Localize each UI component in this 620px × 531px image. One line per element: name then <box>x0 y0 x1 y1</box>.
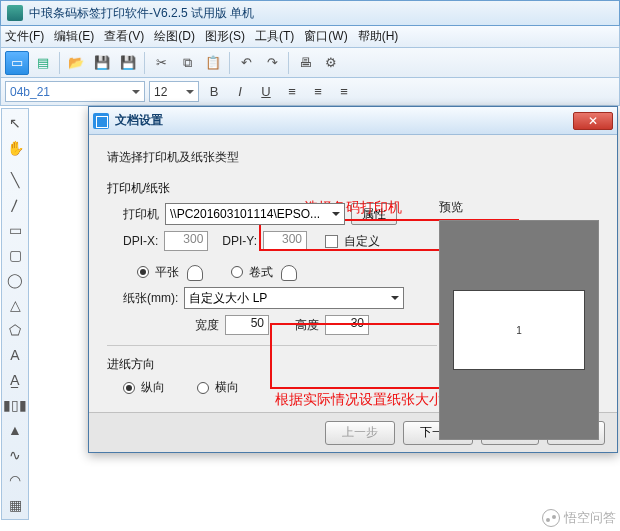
menu-draw[interactable]: 绘图(D) <box>154 28 195 45</box>
tool-palette: ↖ ✋ ╲ 〳 ▭ ▢ ◯ △ ⬠ A A̲ ▮▯▮ ▲ ∿ ◠ ▦ <box>1 108 29 520</box>
radio-landscape[interactable] <box>197 382 209 394</box>
label-landscape: 横向 <box>215 379 239 396</box>
label-height: 高度 <box>295 317 319 334</box>
font-select[interactable]: 04b_21 <box>5 81 145 102</box>
dialog-close-button[interactable]: ✕ <box>573 112 613 130</box>
triangle-tool[interactable]: △ <box>3 293 27 317</box>
roll-paper-icon <box>279 263 299 281</box>
radio-flat[interactable] <box>137 266 149 278</box>
separator <box>144 52 145 74</box>
preview-box: 1 <box>439 220 599 440</box>
label-dpi-y: DPI-Y: <box>222 234 257 248</box>
window-title: 中琅条码标签打印软件-V6.2.5 试用版 单机 <box>29 5 613 22</box>
label-dpi-x: DPI-X: <box>123 234 158 248</box>
radio-portrait[interactable] <box>123 382 135 394</box>
dialog-prompt: 请选择打印机及纸张类型 <box>107 149 599 166</box>
barcode-tool[interactable]: ▮▯▮ <box>3 393 27 417</box>
new-doc-button[interactable]: ▭ <box>5 51 29 75</box>
align-center-button[interactable]: ≡ <box>307 81 329 103</box>
ellipse-tool[interactable]: ◯ <box>3 268 27 292</box>
section-feed-title: 进纸方向 <box>107 356 437 373</box>
save-button[interactable]: 💾 <box>90 51 114 75</box>
dpi-x-input[interactable]: 300 <box>164 231 208 251</box>
custom-dpi-checkbox[interactable] <box>325 235 338 248</box>
height-input[interactable]: 30 <box>325 315 369 335</box>
arc-tool[interactable]: ◠ <box>3 468 27 492</box>
dialog-title: 文档设置 <box>115 112 573 129</box>
watermark-logo-icon <box>542 509 560 527</box>
grid-tool[interactable]: ▦ <box>3 493 27 517</box>
section-printer-title: 打印机/纸张 <box>107 180 437 197</box>
printer-select[interactable]: \\PC201603101114\EPSO... <box>165 203 345 225</box>
dialog-titlebar: 文档设置 ✕ <box>89 107 617 135</box>
annotation-2-text: 根据实际情况设置纸张大小 <box>275 391 443 409</box>
label-paper-mm: 纸张(mm): <box>123 290 178 307</box>
paper-preview: 1 <box>454 291 584 369</box>
roundrect-tool[interactable]: ▢ <box>3 243 27 267</box>
label-roll: 卷式 <box>249 264 273 281</box>
app-icon <box>7 5 23 21</box>
image-tool[interactable]: ▲ <box>3 418 27 442</box>
underline-button[interactable]: U <box>255 81 277 103</box>
font-size-select[interactable]: 12 <box>149 81 199 102</box>
toolbar-format: 04b_21 12 B I U ≡ ≡ ≡ <box>0 78 620 106</box>
preview-page-number: 1 <box>516 325 522 336</box>
bold-button[interactable]: B <box>203 81 225 103</box>
pointer-tool[interactable]: ↖ <box>3 111 27 135</box>
dialog-icon <box>93 113 109 129</box>
preview-panel: 预览 1 <box>439 199 599 440</box>
menu-shape[interactable]: 图形(S) <box>205 28 245 45</box>
paste-button[interactable]: 📋 <box>201 51 225 75</box>
cut-button[interactable]: ✂ <box>149 51 173 75</box>
print-button[interactable]: 🖶 <box>293 51 317 75</box>
watermark-text: 悟空问答 <box>564 509 616 527</box>
save-as-button[interactable]: 💾 <box>116 51 140 75</box>
flat-paper-icon <box>185 263 205 281</box>
menu-bar: 文件(F) 编辑(E) 查看(V) 绘图(D) 图形(S) 工具(T) 窗口(W… <box>0 26 620 48</box>
sep <box>3 161 27 167</box>
toolbar-main: ▭ ▤ 📂 💾 💾 ✂ ⧉ 📋 ↶ ↷ 🖶 ⚙ <box>0 48 620 78</box>
align-left-button[interactable]: ≡ <box>281 81 303 103</box>
curve-tool[interactable]: ∿ <box>3 443 27 467</box>
radio-roll[interactable] <box>231 266 243 278</box>
menu-window[interactable]: 窗口(W) <box>304 28 347 45</box>
dpi-y-input[interactable]: 300 <box>263 231 307 251</box>
menu-view[interactable]: 查看(V) <box>104 28 144 45</box>
main-titlebar: 中琅条码标签打印软件-V6.2.5 试用版 单机 <box>0 0 620 26</box>
undo-button[interactable]: ↶ <box>234 51 258 75</box>
open-button[interactable]: 📂 <box>64 51 88 75</box>
redo-button[interactable]: ↷ <box>260 51 284 75</box>
rect-tool[interactable]: ▭ <box>3 218 27 242</box>
preview-label: 预览 <box>439 199 599 216</box>
menu-tool[interactable]: 工具(T) <box>255 28 294 45</box>
options-button[interactable]: ⚙ <box>319 51 343 75</box>
menu-file[interactable]: 文件(F) <box>5 28 44 45</box>
label-width: 宽度 <box>195 317 219 334</box>
document-settings-dialog: 文档设置 ✕ 请选择打印机及纸张类型 选择条码打印机 根据实际情况设置纸张大小 … <box>88 106 618 453</box>
prev-button[interactable]: 上一步 <box>325 421 395 445</box>
menu-edit[interactable]: 编辑(E) <box>54 28 94 45</box>
menu-help[interactable]: 帮助(H) <box>358 28 399 45</box>
width-input[interactable]: 50 <box>225 315 269 335</box>
paper-size-select[interactable]: 自定义大小 LP <box>184 287 404 309</box>
templates-button[interactable]: ▤ <box>31 51 55 75</box>
label-printer: 打印机 <box>123 206 159 223</box>
align-right-button[interactable]: ≡ <box>333 81 355 103</box>
polyline-tool[interactable]: 〳 <box>3 193 27 217</box>
separator <box>288 52 289 74</box>
label-flat: 平张 <box>155 264 179 281</box>
italic-button[interactable]: I <box>229 81 251 103</box>
hand-tool[interactable]: ✋ <box>3 136 27 160</box>
label-custom: 自定义 <box>344 233 380 250</box>
divider <box>107 345 437 346</box>
text-tool[interactable]: A <box>3 343 27 367</box>
separator <box>229 52 230 74</box>
copy-button[interactable]: ⧉ <box>175 51 199 75</box>
line-tool[interactable]: ╲ <box>3 168 27 192</box>
label-portrait: 纵向 <box>141 379 165 396</box>
polygon-tool[interactable]: ⬠ <box>3 318 27 342</box>
separator <box>59 52 60 74</box>
watermark: 悟空问答 <box>542 509 616 527</box>
richtext-tool[interactable]: A̲ <box>3 368 27 392</box>
